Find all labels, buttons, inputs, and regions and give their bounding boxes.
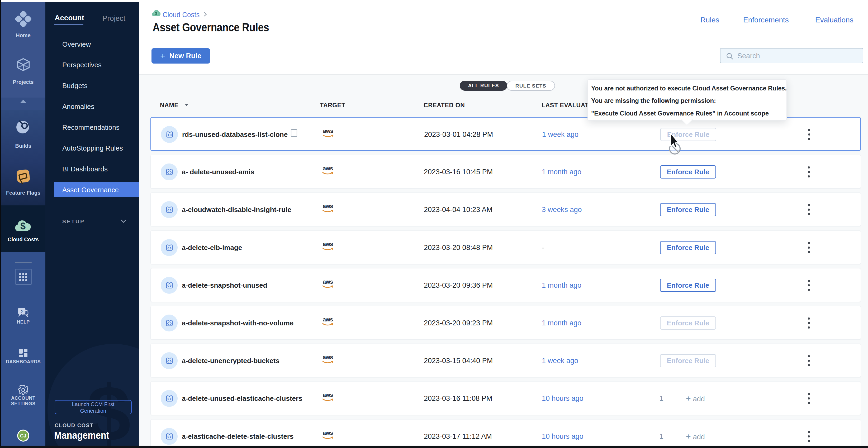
svg-text:$: $ [155,11,157,15]
svg-text:CJ: CJ [20,433,26,439]
svg-text:$: $ [20,221,26,232]
svg-text:?: ? [20,309,23,314]
